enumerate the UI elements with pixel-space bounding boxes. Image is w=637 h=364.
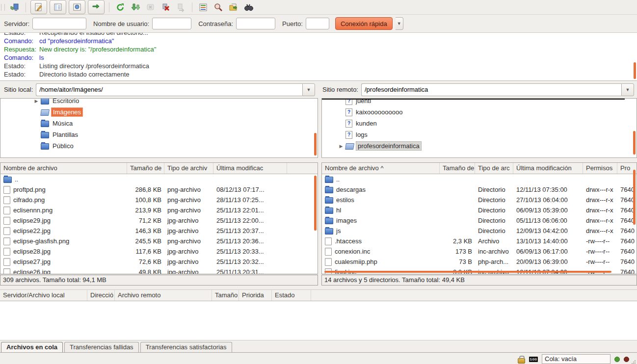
file-row-proftpd.png[interactable]: proftpd.png286,8 KBpng-archivo08/12/13 0… [0,184,318,195]
file-name: estilos [336,196,354,204]
column-header-name[interactable]: Nombre de archivo ^ [322,163,440,174]
directory-comparison-icon[interactable] [227,1,240,14]
folder-icon [41,143,49,150]
quickconnect-dropdown-button[interactable]: ▼ [396,17,403,30]
queue-column-header-2[interactable]: Archivo remoto [115,290,212,301]
file-row-estilos[interactable]: estilosDirectorio27/10/13 06:04:00drwx--… [322,195,637,205]
resize-grip[interactable] [631,360,636,364]
filter-icon[interactable] [197,1,210,14]
expander-arrow-icon[interactable]: ▶ [32,99,41,104]
cell-size: 49,8 KB [127,268,164,274]
queue-column-header-4[interactable]: Priorida [239,290,272,301]
file-row-eclisennn.png[interactable]: eclisennn.png213,9 KBpng-archivo25/11/13… [0,205,318,215]
file-row-hl[interactable]: hlDirectorio06/09/13 05:39:00drwx---r-x7… [322,205,637,215]
file-row-..[interactable]: .. [0,174,318,184]
tree-item-logs[interactable]: ?logs [322,129,637,140]
column-header-name[interactable]: Nombre de archivo [0,163,127,174]
local-site-bar: Sitio local: ▼ [0,81,318,98]
cell-name: eclipse27.jpg [0,258,127,266]
cancel-icon[interactable] [144,1,157,14]
unknown-folder-icon: ? [345,120,352,128]
cell-perms: drwx---r-x [583,207,617,214]
tree-item-p-blico[interactable]: Público [0,140,318,152]
remote-site-dropdown-button[interactable]: ▼ [621,83,634,96]
process-queue-icon[interactable] [129,1,142,14]
file-row-.htaccess[interactable]: .htaccess2,3 KBArchivo13/10/13 14:40:00-… [322,236,637,246]
queue-view-toggle[interactable] [88,0,105,14]
file-row-eclipse28.jpg[interactable]: eclipse28.jpg117,6 KBjpg-archivo25/11/13… [0,246,318,257]
local-tree-toggle[interactable] [50,0,66,14]
remote-site-input[interactable] [361,83,621,96]
log-line-text: Directorio listado correctamente [39,70,130,78]
file-row-cualesmiip.php[interactable]: cualesmiip.php73 Bphp-arch...20/09/13 06… [322,257,637,267]
tab-archivos-en-cola[interactable]: Archivos en cola [1,342,63,352]
tree-item-label: Imágenes [51,107,83,117]
password-input[interactable] [236,18,275,29]
tab-transferencias-satisfactorias[interactable]: Transferencias satisfactorias [140,342,232,352]
remote-list-scrollbar[interactable] [633,170,636,225]
file-name: images [336,217,357,224]
toolbar-grip[interactable] [1,4,5,11]
tree-item-m-sica[interactable]: Música [0,118,318,129]
tree-item-label: kaixoooooooooo [354,108,404,116]
remote-site-bar: Sitio remoto: ▼ [321,81,637,98]
column-header-modified[interactable]: Última modificac [213,163,287,174]
tree-item-plantillas[interactable]: Plantillas [0,129,318,140]
tree-item-kunden[interactable]: ?kunden [322,118,637,129]
remote-list-hscrollbar[interactable] [324,271,611,273]
tree-item-escritorio[interactable]: ▶Escritorio [0,98,318,106]
reconnect-icon[interactable] [175,1,187,14]
local-site-input[interactable] [36,83,302,96]
queue-column-header-5[interactable]: Estado [272,290,311,301]
file-row-descargas[interactable]: descargasDirectorio12/11/13 07:35:00drwx… [322,184,637,195]
folder-icon [325,177,333,183]
site-manager-icon[interactable] [8,1,21,14]
expander-arrow-icon[interactable]: ▶ [337,144,345,149]
log-line: Comando:ls [4,53,637,62]
file-row-cifrado.png[interactable]: cifrado.png100,8 KBpng-archivo28/11/13 0… [0,195,318,205]
file-search-icon[interactable] [212,1,225,14]
log-line-label: Comando: [4,53,39,62]
column-header-type[interactable]: Tipo de archiv [164,163,213,174]
file-row-js[interactable]: jsDirectorio12/09/13 04:42:00drwx---r-x7… [322,226,637,236]
tree-item-im-genes[interactable]: Imágenes [0,106,318,118]
message-log-toggle[interactable] [30,0,47,14]
username-input[interactable] [152,18,191,29]
file-row-eclipse29.jpg[interactable]: eclipse29.jpg71,2 KBjpg-archivo25/11/13 … [0,215,318,226]
server-input[interactable] [32,18,86,29]
file-icon [325,237,332,245]
cell-type: png-archivo [164,237,213,245]
file-row-..[interactable]: .. [322,174,637,184]
refresh-icon[interactable] [114,1,127,14]
local-list-scrollbar[interactable] [314,176,317,231]
queue-column-header-1[interactable]: Direcció [87,290,115,301]
chevron-down-icon: ▼ [626,87,630,92]
file-row-conexion.inc[interactable]: conexion.inc173 Binc-archivo06/09/13 06:… [322,246,637,257]
file-row-images[interactable]: imagesDirectorio05/11/13 06:06:00drwx---… [322,215,637,226]
disconnect-icon[interactable] [159,1,172,14]
local-site-dropdown-button[interactable]: ▼ [302,83,315,96]
file-row-eclipse27.jpg[interactable]: eclipse27.jpg72,6 KBjpg-archivo25/11/13 … [0,257,318,267]
column-header-type[interactable]: Tipo de arc [475,163,513,174]
cell-name: estilos [322,196,440,204]
column-header-size[interactable]: Tamaño de [127,163,164,174]
local-tree-scrollbar[interactable] [314,133,317,156]
port-input[interactable] [306,18,329,29]
cell-perms: drwx---r-x [583,227,617,234]
tree-item-profesordeinformatica[interactable]: ▶profesordeinformatica [322,140,637,152]
tree-item-kaixoooooooooo[interactable]: ?kaixoooooooooo [322,106,637,118]
column-header-size[interactable]: Tamaño de [440,163,475,174]
remote-tree-scrollbar[interactable] [633,131,636,155]
file-row-eclipse26.jpg[interactable]: eclipse26.jpg49,8 KBjpg-archivo25/11/13 … [0,267,318,274]
synchronized-browsing-icon[interactable] [242,1,255,14]
log-scrollbar[interactable] [634,62,636,79]
column-header-perms[interactable]: Permisos [583,163,617,174]
column-header-modified[interactable]: Última modificación [513,163,583,174]
file-row-eclipse-glasfish.png[interactable]: eclipse-glasfish.png245,5 KBpng-archivo2… [0,236,318,246]
remote-tree-toggle[interactable] [69,0,85,14]
queue-column-header-3[interactable]: Tamaño [212,290,239,301]
quickconnect-button[interactable]: Conexión rápida [335,17,393,30]
tab-transferencias-fallidas[interactable]: Transferencias fallidas [64,342,139,352]
queue-column-header-0[interactable]: Servidor/Archivo local [0,290,87,301]
file-row-eclipse22.jpg[interactable]: eclipse22.jpg146,3 KBjpg-archivo25/11/13… [0,226,318,236]
